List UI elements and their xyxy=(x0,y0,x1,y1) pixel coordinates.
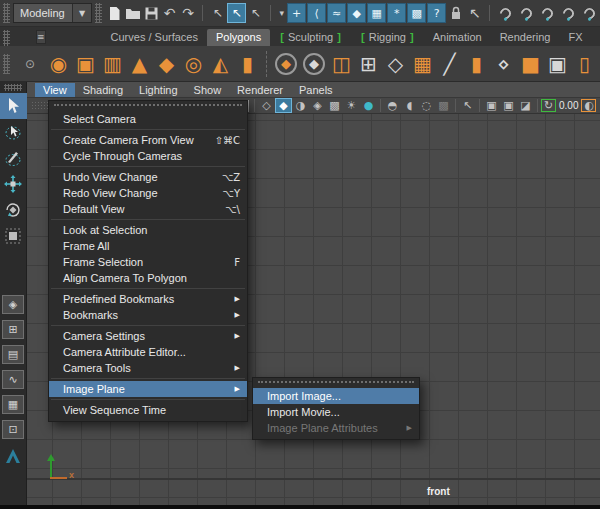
subdiv-proxy-icon[interactable]: ◆ xyxy=(303,53,325,75)
paint-select-tool[interactable] xyxy=(0,145,27,171)
quad-draw-icon[interactable]: ⊞ xyxy=(355,50,382,78)
panel-menu-shading[interactable]: Shading xyxy=(75,83,131,97)
selection-mask-cursor-icon[interactable]: ↖ xyxy=(466,2,484,24)
statusline-grip[interactable] xyxy=(3,3,10,23)
tab-fx-caching[interactable]: FX Caching xyxy=(591,29,600,46)
tearoff-handle[interactable] xyxy=(258,381,414,385)
shadows-icon[interactable]: ● xyxy=(360,98,377,113)
tab-rendering[interactable]: Rendering xyxy=(491,29,560,46)
textured-display-icon[interactable]: ◑ xyxy=(292,98,309,113)
menu-item-default-view[interactable]: Default View⌥\ xyxy=(49,201,247,217)
move-tool[interactable] xyxy=(0,171,27,197)
menu-item-image-plane-attributes[interactable]: Image Plane Attributes▶ xyxy=(253,420,419,436)
select-hierarchy-icon[interactable]: ↖ xyxy=(208,3,227,23)
paste-view-icon[interactable]: ▣ xyxy=(500,98,517,113)
snap-to-points-icon[interactable]: ≈ xyxy=(327,3,346,23)
wireframe-display-icon[interactable]: ◇ xyxy=(258,98,275,113)
panel-menu-renderer[interactable]: Renderer xyxy=(229,83,291,97)
layout-graph-persp[interactable]: ∿ xyxy=(2,370,24,389)
tab-curves-surfaces[interactable]: Curves / Surfaces xyxy=(102,29,207,46)
poly-sphere-icon[interactable]: ◉ xyxy=(45,50,72,78)
layout-four-pane[interactable]: ⊞ xyxy=(2,320,24,339)
xray-display-icon[interactable]: ▩ xyxy=(326,98,343,113)
open-scene-icon[interactable] xyxy=(123,2,141,24)
snap-to-projected-center-icon[interactable]: ◆ xyxy=(347,3,366,23)
layout-outliner-persp[interactable]: ▤ xyxy=(2,345,24,364)
lasso-select-tool[interactable] xyxy=(0,119,27,145)
redo-icon[interactable]: ↷ xyxy=(179,2,197,24)
multi-cut-icon[interactable]: ╱ xyxy=(436,50,463,78)
quick-help-icon[interactable]: ? xyxy=(427,3,446,23)
gate-mask-icon[interactable]: ▩ xyxy=(435,98,452,113)
copy-view-icon[interactable]: ▣ xyxy=(483,98,500,113)
select-tool[interactable] xyxy=(0,93,27,119)
make-live-icon[interactable]: * xyxy=(387,3,406,23)
wireframe-on-shaded-icon[interactable]: ◈ xyxy=(309,98,326,113)
smooth-mesh-icon[interactable]: ◆ xyxy=(275,53,297,75)
menu-item-image-plane[interactable]: Image Plane▶ xyxy=(49,381,247,397)
input-connection-icon-4[interactable] xyxy=(561,5,577,21)
cube-solid-icon[interactable]: ■ xyxy=(517,50,544,78)
input-connection-icon-2[interactable] xyxy=(519,5,535,21)
exposure-icon[interactable]: ↻ xyxy=(541,99,556,112)
panel-menu-panels[interactable]: Panels xyxy=(291,83,341,97)
panel-menu-lighting[interactable]: Lighting xyxy=(131,83,186,97)
new-scene-icon[interactable] xyxy=(105,2,123,24)
wireframe-cube-icon[interactable]: ◇ xyxy=(382,50,409,78)
chevron-down-icon[interactable]: ▼ xyxy=(72,4,91,22)
menu-item-camera-attribute-editor[interactable]: Camera Attribute Editor... xyxy=(49,344,247,360)
chevron-down-icon[interactable]: ▾ xyxy=(276,2,287,24)
menu-item-cycle-through-cameras[interactable]: Cycle Through Cameras xyxy=(49,148,247,164)
panel-menu-show[interactable]: Show xyxy=(186,83,230,97)
poly-torus-icon[interactable]: ◎ xyxy=(180,50,207,78)
menu-item-import-image[interactable]: Import Image... xyxy=(253,388,419,404)
shelf-menu-icon[interactable]: ⊙ xyxy=(23,57,37,71)
poly-cone-icon[interactable]: ▲ xyxy=(126,50,153,78)
poly-cylinder-icon[interactable]: ▥ xyxy=(99,50,126,78)
panel-menu-view[interactable]: View xyxy=(35,83,75,97)
layout-single-pane[interactable]: ◈ xyxy=(2,295,24,314)
mirror-icon[interactable]: ◫ xyxy=(328,50,355,78)
input-connection-icon-3[interactable] xyxy=(540,5,556,21)
undo-icon[interactable]: ↶ xyxy=(160,2,178,24)
select-object-icon[interactable]: ↖ xyxy=(227,3,246,23)
poly-plane-icon[interactable]: ◆ xyxy=(153,50,180,78)
poly-pipe-icon[interactable]: ▮ xyxy=(234,50,261,78)
tab-sculpting[interactable]: [ Sculpting ] xyxy=(270,29,351,46)
poly-cube-icon[interactable]: ▣ xyxy=(72,50,99,78)
snap-to-grids-icon[interactable]: + xyxy=(287,3,306,23)
shelf-grip[interactable] xyxy=(3,54,10,74)
tab-rigging[interactable]: [ Rigging ] xyxy=(351,29,424,46)
save-scene-icon[interactable] xyxy=(142,2,160,24)
menu-item-look-at-selection[interactable]: Look at Selection xyxy=(49,222,247,238)
select-component-icon[interactable]: ↖ xyxy=(246,3,265,23)
menu-item-align-camera-to-polygon[interactable]: Align Camera To Polygon xyxy=(49,270,247,286)
bevel-icon[interactable]: ⋄ xyxy=(490,50,517,78)
menu-item-camera-settings[interactable]: Camera Settings▶ xyxy=(49,328,247,344)
resolution-gate-icon[interactable]: ◌ xyxy=(418,98,435,113)
subdivide-grid-icon[interactable]: ▦ xyxy=(409,50,436,78)
gamma-icon[interactable]: ◐ xyxy=(581,99,596,112)
scale-tool[interactable] xyxy=(0,223,27,249)
extrude-icon[interactable]: ▮ xyxy=(463,50,490,78)
input-connection-icon-5[interactable] xyxy=(582,5,598,21)
menu-item-import-movie[interactable]: Import Movie... xyxy=(253,404,419,420)
menu-item-select-camera[interactable]: Select Camera xyxy=(49,111,247,127)
input-connection-icon-1[interactable] xyxy=(498,5,514,21)
layout-script-persp[interactable]: ⊡ xyxy=(2,420,24,439)
use-all-lights-icon[interactable]: ☀ xyxy=(343,98,360,113)
menu-item-frame-all[interactable]: Frame All xyxy=(49,238,247,254)
isolate-select-icon[interactable]: ◓ xyxy=(384,98,401,113)
lock-icon[interactable] xyxy=(447,2,465,24)
tearoff-handle[interactable] xyxy=(54,104,242,108)
shaded-display-icon[interactable]: ◆ xyxy=(275,98,292,113)
image-plane-toggle-icon[interactable]: ◪ xyxy=(517,98,534,113)
tab-animation[interactable]: Animation xyxy=(424,29,491,46)
border-edge-icon[interactable]: ▣ xyxy=(544,50,571,78)
snap-to-view-planes-icon[interactable]: ▦ xyxy=(367,3,386,23)
insert-edge-loop-icon[interactable]: ▯ xyxy=(571,50,598,78)
menu-item-create-camera-from-view[interactable]: Create Camera From View⇧⌘C xyxy=(49,132,247,148)
statusline-grip[interactable] xyxy=(95,3,102,23)
universal-manipulator-icon[interactable]: ▩ xyxy=(407,3,426,23)
selection-highlighting-icon[interactable]: ↖ xyxy=(459,98,476,113)
